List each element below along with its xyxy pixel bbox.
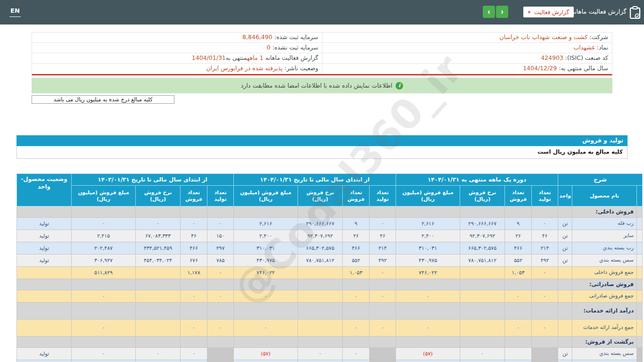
g1-produced-cell: ۰: [532, 290, 558, 303]
g1-produced-cell: [532, 360, 558, 362]
report-type-dropdown[interactable]: گزارش فعالیت ▾: [523, 7, 574, 17]
unit-cell: تن: [558, 348, 572, 360]
g3-produced-cell: [207, 360, 234, 362]
g2-amount-cell: ۲,۴۰۰: [234, 230, 298, 242]
g2-sold-cell: ۲۶: [343, 230, 370, 242]
field-value: کشت و صنعت شهداب ناب خراسان: [500, 33, 588, 41]
g2-amount-cell: ۰: [234, 320, 298, 337]
info-circle-icon: i: [396, 82, 403, 90]
g1-sold-cell: [505, 348, 532, 360]
group-label-cell: درآمد ارائه خدمات:: [572, 303, 637, 320]
header-product-name: نام محصول: [572, 186, 637, 206]
header-qty-sold-g2: تعداد فروش: [343, 186, 370, 206]
header-qty-produced-g3: تعداد تولید: [207, 186, 234, 206]
empty-cell: [136, 337, 181, 348]
g3-produced-cell: ۷۸۵: [207, 255, 234, 267]
desc-cell: [637, 303, 643, 320]
empty-cell: [505, 303, 532, 320]
g1-rate-cell: ۰: [460, 348, 505, 360]
g1-sold-cell: ۴۶۶: [505, 242, 532, 255]
empty-cell: [505, 337, 532, 348]
g3-produced-cell: ۲۹۷: [207, 242, 234, 255]
unit-cell: [558, 360, 572, 362]
desc-cell: [637, 337, 643, 348]
empty-cell: [181, 337, 207, 348]
next-report-button[interactable]: ›: [496, 6, 508, 18]
language-switch-en[interactable]: EN: [9, 7, 21, 17]
g1-amount-cell: ۷۴۶,۰۲۲: [396, 267, 460, 279]
group-label-cell: فروش صادراتی:: [572, 279, 637, 290]
field-value: 1404/12/29: [523, 65, 557, 72]
empty-cell: [181, 206, 207, 218]
empty-cell: [234, 337, 298, 348]
g2-sold-cell: ۰: [343, 290, 370, 303]
g1-rate-cell: [460, 290, 505, 303]
unit-cell: تن: [558, 242, 572, 255]
field-value: 424903: [541, 54, 563, 61]
section-subtitle-row: کلیه مبالغ به میلیون ریال است: [17, 146, 627, 159]
table-row: سس بسته بنديتن۰(۵۷)۰۰(۵۷)۰۰۰تولید: [17, 348, 643, 360]
g2-produced-cell: [370, 360, 396, 362]
g2-rate-cell: [298, 320, 343, 337]
g3-amount-cell: ۰: [72, 320, 136, 337]
empty-cell: [136, 206, 181, 218]
empty-cell: [72, 279, 136, 290]
unit-cell: تن: [558, 218, 572, 230]
prev-report-button[interactable]: ‹: [483, 6, 495, 18]
group-header-row: درآمد ارائه خدمات:: [17, 303, 643, 320]
g3-rate-cell: ۰: [136, 348, 181, 360]
status-cell: تولید: [17, 348, 72, 360]
g1-amount-cell: ۲,۶۱۶: [396, 218, 460, 230]
g3-sold-cell: [181, 360, 207, 362]
header-unit: واحد: [558, 186, 572, 206]
empty-cell: [343, 206, 370, 218]
g1-produced-cell: ۰: [532, 218, 558, 230]
g1-produced-cell: ۴۶: [532, 230, 558, 242]
status-cell: [17, 206, 72, 218]
status-cell: تولید: [17, 218, 72, 230]
page-title: گزارش فعالیت ماهانه: [571, 8, 628, 15]
g1-sold-cell: ۲۶: [505, 230, 532, 242]
g2-produced-cell: ۴۹۲: [370, 255, 396, 267]
g1-amount-cell: ۰: [396, 290, 460, 303]
g1-produced-cell: ۰: [532, 267, 558, 279]
g3-sold-cell: ۴۶۶: [181, 242, 207, 255]
g3-sold-cell: ۶۷۶: [181, 255, 207, 267]
status-cell: تولید: [17, 255, 72, 267]
g3-sold-cell: ۰: [181, 320, 207, 337]
product-name-cell: رب فله: [572, 218, 637, 230]
g3-amount-cell: ۰: [72, 218, 136, 230]
empty-cell: [207, 206, 234, 218]
empty-cell: [207, 303, 234, 320]
header-desc: شرح: [558, 174, 643, 186]
group-label-cell: فروش داخلی:: [572, 206, 637, 218]
field-label: منتهی به: [226, 54, 247, 61]
g3-rate-cell: ۰: [136, 218, 181, 230]
info-row: کد صنعت (ISIC): 424903 گزارش فعالیت ماها…: [32, 53, 612, 64]
empty-cell: [370, 279, 396, 290]
field-label: سرمایه ثبت شده:: [274, 33, 318, 41]
g2-produced-cell: [370, 348, 396, 360]
g2-rate-cell: ۶۶۵,۳۰۲,۵۷۵: [298, 242, 343, 255]
symbol-field: نماد: غشهداب: [322, 43, 612, 53]
g2-sold-cell: ۴۶۶: [343, 242, 370, 255]
g1-rate-cell: [460, 360, 505, 362]
empty-cell: [396, 337, 460, 348]
unit-cell: [558, 337, 572, 348]
report-type-label: گزارش فعالیت: [534, 9, 569, 16]
status-cell: تولید: [17, 242, 72, 255]
empty-cell: [460, 206, 505, 218]
g1-rate-cell: [460, 320, 505, 337]
g2-sold-cell: ۹: [343, 218, 370, 230]
header-product-status: وضعیت محصول- واحد: [17, 174, 72, 206]
desc-cell: [637, 230, 643, 242]
empty-cell: [460, 279, 505, 290]
field-value: 1404/01/31: [192, 54, 226, 61]
unit-cell: تن: [558, 230, 572, 242]
empty-cell: [207, 337, 234, 348]
g3-rate-cell: ۴۵۴,۰۳۴,۰۲۴: [136, 255, 181, 267]
clipboard-check-icon[interactable]: [629, 6, 641, 19]
company-info-table: شرکت: کشت و صنعت شهداب ناب خراسان سرمایه…: [32, 32, 612, 75]
g3-produced-cell: ۰: [207, 267, 234, 279]
amounts-note-box: کلیه مبالغ درج شده به میلیون ریال می باش…: [32, 95, 174, 104]
